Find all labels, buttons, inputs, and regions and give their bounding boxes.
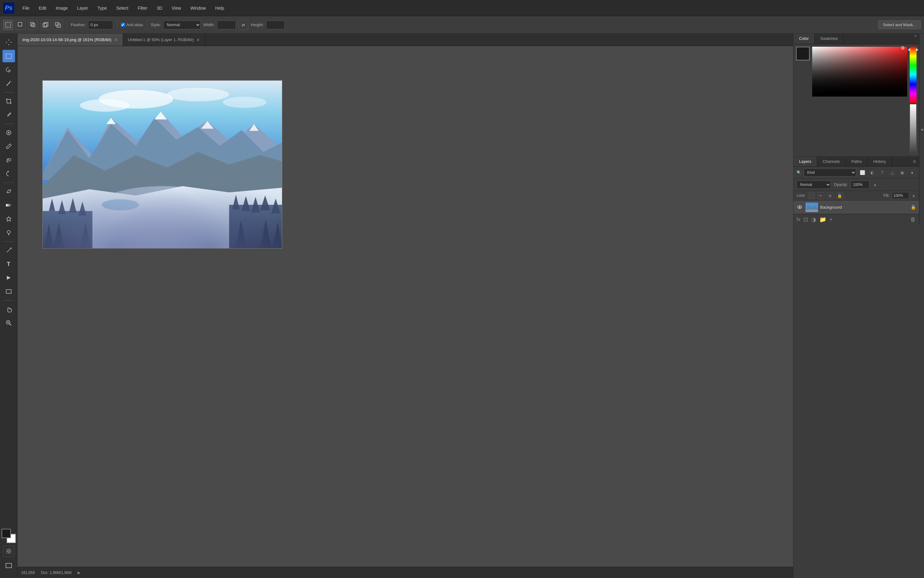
svg-marker-41 [43, 152, 282, 199]
lasso-tool[interactable] [3, 63, 15, 76]
color-panel-tabs: Color Swatches ≡ [794, 34, 919, 44]
gradient-tool[interactable] [3, 199, 15, 211]
eyedropper-tool[interactable] [3, 109, 15, 121]
foreground-swatch[interactable] [796, 47, 810, 60]
menu-file[interactable]: File [18, 4, 34, 12]
fill-stepper[interactable]: ▲ [911, 193, 916, 198]
magic-wand-tool[interactable] [3, 77, 15, 90]
menu-layer[interactable]: Layer [73, 4, 93, 12]
width-input[interactable] [217, 21, 236, 29]
add-mask-btn[interactable]: ⊡ [804, 216, 808, 223]
spectrum-arrow-right [916, 48, 918, 52]
fill-input[interactable] [892, 192, 909, 199]
folder-btn[interactable]: 📁 [819, 216, 826, 223]
healing-tool[interactable] [3, 127, 15, 139]
color-gradient[interactable] [812, 47, 907, 97]
menu-3d[interactable]: 3D [152, 4, 167, 12]
move-tool[interactable] [3, 36, 15, 49]
paths-tab[interactable]: Paths [846, 157, 868, 166]
filter-smart-icon[interactable]: ◉ [898, 169, 906, 176]
history-tab[interactable]: History [868, 157, 892, 166]
type-tool[interactable]: T [3, 258, 15, 270]
opacity-input[interactable] [851, 180, 869, 189]
opacity-stepper[interactable]: ▲ [873, 182, 878, 187]
dodge-tool[interactable] [3, 226, 15, 239]
tab-img1[interactable]: img-2020-10-03-14-58-19.png @ 161% (RGB/… [18, 34, 123, 46]
svg-marker-50 [78, 202, 87, 216]
eraser-tool[interactable] [3, 185, 15, 198]
history-brush-tool[interactable] [3, 167, 15, 180]
intersect-selection-btn[interactable] [53, 20, 63, 30]
svg-point-17 [8, 159, 11, 161]
tab2-close[interactable]: ✕ [196, 37, 200, 42]
blur-tool[interactable] [3, 213, 15, 225]
tab-img2[interactable]: Untitled-1 @ 50% (Layer 1, RGB/8#) ✕ [123, 34, 205, 46]
anti-alias-checkbox[interactable] [121, 23, 125, 27]
adjustment-btn[interactable]: ◑ [811, 216, 816, 223]
menu-type[interactable]: Type [93, 4, 111, 12]
svg-rect-0 [6, 23, 11, 28]
menu-help[interactable]: Help [211, 4, 229, 12]
foreground-background-colors[interactable] [2, 529, 16, 543]
opacity-spectrum[interactable] [910, 104, 916, 154]
tab1-close[interactable]: ✕ [114, 37, 118, 42]
more-info-btn[interactable]: ▶ [78, 570, 80, 575]
screen-mode-btn[interactable] [3, 559, 15, 572]
delete-layer-btn[interactable]: 🗑 [910, 216, 916, 223]
new-layer-btn[interactable]: + [829, 216, 833, 223]
subtract-selection-btn[interactable] [41, 20, 50, 30]
pen-tool[interactable] [3, 244, 15, 257]
swap-dimensions-btn[interactable]: ⇄ [238, 20, 248, 30]
clone-stamp-tool[interactable] [3, 154, 15, 166]
canvas-area[interactable] [18, 46, 793, 567]
filter-pixel-icon[interactable]: ⬜ [859, 169, 866, 176]
height-input[interactable] [266, 21, 285, 29]
lock-artboard-btn[interactable]: ⊕ [827, 192, 834, 199]
fx-btn[interactable]: fx [797, 217, 800, 222]
select-and-mask-btn[interactable]: Select and Mask... [878, 21, 921, 29]
filter-type-icon[interactable]: T [879, 169, 886, 176]
layer-background[interactable]: Background 🔒 [794, 201, 919, 214]
swatches-tab[interactable]: Swatches [815, 34, 844, 44]
panel-collapse-btn[interactable]: ◀ [919, 34, 924, 225]
right-panel: Color Swatches ≡ [793, 34, 924, 578]
crop-tool[interactable] [3, 95, 15, 107]
zoom-tool[interactable] [3, 317, 15, 329]
visibility-eye[interactable] [797, 204, 803, 210]
color-picker-area [794, 44, 919, 156]
menu-window[interactable]: Window [186, 4, 210, 12]
style-dropdown[interactable]: Normal Fixed Ratio Fixed Size [163, 21, 201, 29]
kind-filter[interactable]: Kind [804, 169, 856, 177]
new-selection-btn[interactable] [16, 20, 26, 30]
menu-edit[interactable]: Edit [34, 4, 51, 12]
brush-tool[interactable] [3, 140, 15, 153]
layers-panel-menu[interactable]: ≡ [910, 157, 919, 166]
foreground-color[interactable] [2, 529, 11, 538]
menu-image[interactable]: Image [51, 4, 72, 12]
lock-pixels-btn[interactable]: ⬛ [808, 192, 815, 199]
path-select-tool[interactable] [3, 271, 15, 284]
menu-select[interactable]: Select [112, 4, 133, 12]
color-panel-menu[interactable]: ≡ [912, 34, 919, 44]
blend-mode-dropdown[interactable]: Normal [797, 180, 831, 189]
layers-tab[interactable]: Layers [794, 157, 817, 166]
shape-tool[interactable] [3, 285, 15, 298]
tool-sep-1 [3, 92, 14, 93]
filter-toggle[interactable]: ● [908, 169, 916, 176]
menu-view[interactable]: View [167, 4, 185, 12]
add-selection-btn[interactable] [28, 20, 38, 30]
tool-options-marquee-icon[interactable] [3, 20, 13, 30]
quick-mask-btn[interactable] [3, 546, 14, 557]
channels-tab[interactable]: Channels [817, 157, 846, 166]
filter-adjustment-icon[interactable]: ◐ [869, 169, 876, 176]
hand-tool[interactable] [3, 303, 15, 315]
menu-filter[interactable]: Filter [133, 4, 152, 12]
filter-shape-icon[interactable]: △ [888, 169, 896, 176]
color-tab[interactable]: Color [794, 34, 815, 44]
color-spectrum[interactable] [910, 47, 916, 103]
marquee-tool[interactable] [3, 50, 15, 62]
feather-input[interactable] [88, 21, 113, 29]
lock-all-btn[interactable]: 🔒 [836, 192, 843, 199]
left-toolbar: T [0, 34, 18, 578]
lock-position-btn[interactable]: ✏ [817, 192, 824, 199]
